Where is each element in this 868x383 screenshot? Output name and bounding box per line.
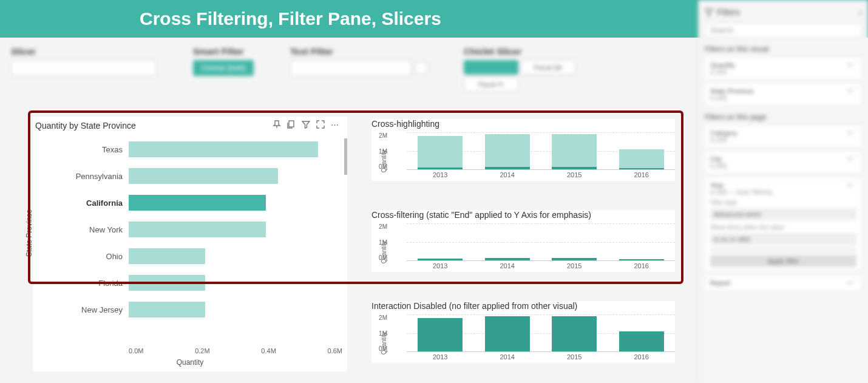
bar — [619, 331, 664, 351]
bar-column[interactable] — [547, 132, 602, 169]
y-tick: 2M — [373, 223, 387, 230]
chart-scrollbar[interactable] — [344, 138, 347, 175]
bar[interactable] — [129, 168, 278, 184]
x-category: 2016 — [634, 353, 649, 361]
bar-column[interactable] — [480, 132, 535, 169]
filters-pane-title: Filters — [717, 7, 740, 17]
filter-type-label: Filter type — [710, 199, 856, 206]
report-title: Cross Filtering, Filter Pane, Slicers — [140, 8, 441, 29]
y-axis-title: State Province — [25, 209, 33, 257]
smart-filter-label: Smart Filter — [193, 46, 254, 56]
filter-card[interactable]: State Province is (All) ⟲ ˅ — [705, 83, 862, 106]
x-category: 2013 — [433, 353, 447, 361]
filter-value-input[interactable] — [710, 248, 856, 253]
x-category: 2014 — [500, 171, 515, 178]
pin-icon[interactable] — [273, 120, 281, 130]
filter-card-field: State Province — [710, 87, 754, 95]
chiclet-option[interactable]: Fiscal Yr — [464, 77, 518, 92]
bar[interactable] — [129, 222, 266, 237]
x-category: 2015 — [567, 262, 581, 269]
chart-cross-highlighting[interactable]: Cross-highlighting Quantity 2M1M0M 20132… — [371, 119, 675, 181]
smart-filter-chip[interactable]: Central (bold) — [193, 60, 254, 76]
focus-mode-icon[interactable] — [316, 120, 325, 130]
bar[interactable] — [129, 248, 205, 264]
y-tick: 2M — [373, 132, 387, 139]
bar — [552, 258, 597, 260]
y-tick: 0M — [373, 254, 387, 261]
bar-column[interactable] — [547, 314, 602, 351]
bar[interactable] — [129, 195, 266, 211]
x-category: 2015 — [567, 353, 581, 361]
bar[interactable] — [129, 302, 205, 317]
bar-column[interactable] — [480, 223, 535, 260]
bar-column[interactable] — [614, 314, 669, 351]
chart-quantity-by-state[interactable]: Quantity by State Province ⋯ State Provi… — [33, 117, 347, 371]
text-filter-input[interactable] — [290, 60, 412, 76]
x-axis-title: Quantity — [177, 358, 204, 367]
y-tick: 1M — [373, 330, 387, 337]
filter-card-expanded[interactable]: Year is (All) — basic filtering ⟲ ˄ Filt… — [705, 177, 862, 271]
chiclet-option[interactable] — [464, 60, 518, 75]
chart-cross-filtering[interactable]: Cross-filtering (static "End" applied to… — [371, 210, 675, 272]
x-tick: 0.2M — [195, 347, 209, 354]
filter-icon[interactable] — [302, 120, 310, 130]
bar-row[interactable]: Texas — [129, 138, 342, 160]
text-filter-group: Text Filter — [290, 46, 427, 104]
bar-category-label: California — [38, 198, 123, 208]
bar-column[interactable] — [614, 223, 669, 260]
bar-column[interactable] — [413, 314, 467, 351]
chart-title: Interaction Disabled (no filter applied … — [371, 301, 675, 314]
y-tick: 0M — [373, 163, 387, 170]
copy-icon[interactable] — [287, 120, 296, 130]
bar-highlighted — [552, 167, 597, 169]
x-categories: 2013201420152016 — [407, 353, 675, 361]
filter-card-field: Quantity — [710, 61, 735, 69]
filter-card[interactable]: Report ⟲ ˅ — [705, 275, 862, 291]
filters-search-input[interactable]: Search — [705, 23, 862, 38]
bar-row[interactable]: California — [129, 192, 342, 214]
bar-row[interactable]: Pennsylvania — [129, 165, 342, 187]
bar-highlighted — [418, 168, 463, 169]
filter-card-summary: is (All) — basic filtering — [710, 189, 856, 195]
chart-title: Quantity by State Province — [35, 121, 136, 130]
text-filter-label: Text Filter — [290, 46, 427, 56]
y-ticks: 2M1M0M — [387, 314, 402, 352]
bars-area — [407, 314, 675, 352]
filter-card-field: Category — [710, 129, 737, 137]
bar[interactable] — [129, 275, 205, 291]
apply-filter-button[interactable]: Apply filter — [710, 255, 856, 267]
filter-card-summary: is (All) — [710, 95, 856, 101]
bar-column[interactable] — [614, 132, 669, 169]
bar-row[interactable]: Florida — [129, 272, 342, 294]
bar-category-label: New Jersey — [38, 305, 123, 314]
bar-column[interactable] — [480, 314, 535, 351]
slicer-dropdown[interactable] — [11, 60, 157, 76]
bar-column[interactable] — [547, 223, 602, 260]
x-category: 2016 — [634, 171, 649, 178]
filters-pane: Filters › Search Filters on this visual … — [698, 0, 868, 383]
filter-card-summary: is (All) — [710, 163, 856, 169]
filter-type-select[interactable]: Advanced when — [710, 208, 856, 220]
more-options-icon[interactable]: ⋯ — [331, 120, 339, 130]
filter-card-summary: is (All) — [710, 137, 856, 143]
bar[interactable] — [129, 141, 318, 157]
bar-column[interactable] — [413, 132, 467, 169]
filter-card[interactable]: Quantity is (All) ⟲ ˅ — [705, 57, 862, 80]
x-category: 2014 — [500, 353, 515, 361]
filter-condition-select[interactable]: is on or after — [710, 233, 856, 245]
bar-total — [552, 134, 597, 169]
filter-card[interactable]: City is (All) ⟲ ˅ — [705, 151, 862, 174]
text-filter-clear-button[interactable] — [415, 62, 427, 74]
filter-card[interactable]: Category is (All) ⟲ ˅ — [705, 125, 862, 147]
y-tick: 1M — [373, 148, 387, 155]
filters-pane-collapse-icon[interactable]: › — [859, 7, 862, 17]
bars-area — [407, 223, 675, 261]
chart-interaction-disabled[interactable]: Interaction Disabled (no filter applied … — [371, 301, 675, 363]
bar-category-label: Florida — [38, 279, 123, 288]
bar-column[interactable] — [413, 223, 467, 260]
bar-row[interactable]: Ohio — [129, 245, 342, 267]
bar-row[interactable]: New Jersey — [129, 299, 342, 320]
bar-row[interactable]: New York — [129, 219, 342, 240]
bar-highlighted — [485, 167, 530, 169]
chiclet-option[interactable]: Fiscal Qtr — [521, 60, 575, 75]
